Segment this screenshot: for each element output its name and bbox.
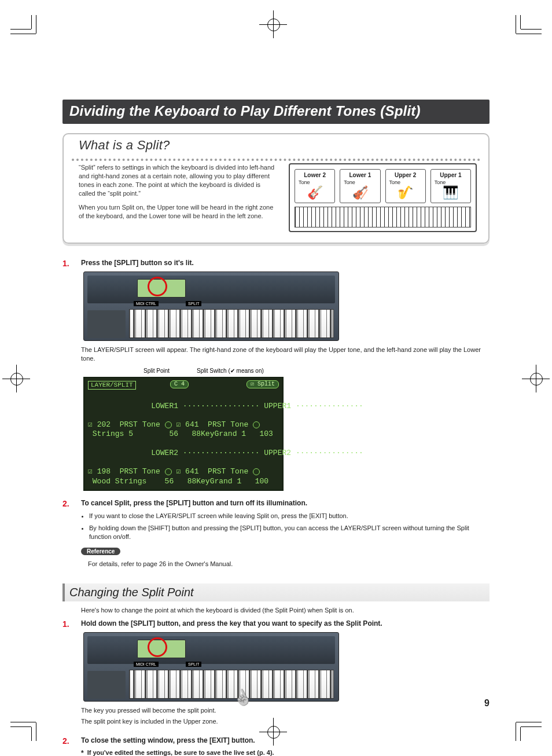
- step1-caption: The LAYER/SPLIT screen will appear. The …: [81, 346, 490, 363]
- tone-label: Lower 1: [341, 172, 378, 178]
- reference-text: For details, refer to page 26 in the Own…: [88, 560, 490, 568]
- knob-icon: [165, 468, 172, 475]
- dot-rule: [72, 159, 480, 161]
- step-lead: Hold down the [SPLIT] button, and press …: [81, 619, 490, 627]
- panel-text: “Split” refers to settings in which the …: [79, 163, 278, 232]
- step-number: 1.: [62, 619, 73, 731]
- regmark-top: [259, 10, 287, 38]
- guitar-icon: 🎸: [296, 186, 333, 199]
- section-changing-split: Changing the Split Point: [62, 583, 490, 601]
- kb-label-midi: MIDI CTRL: [134, 301, 159, 306]
- step-number: 2.: [62, 499, 73, 573]
- lcd-upper1: UPPER1: [264, 402, 291, 410]
- regmark-left: [2, 365, 30, 392]
- piano-icon: 🎹: [432, 186, 469, 199]
- manual-page: Dividing the Keyboard to Play Different …: [0, 0, 552, 756]
- cropmark-br: [507, 706, 542, 741]
- panel-heading: What is a Split?: [75, 138, 174, 153]
- split-diagram: Lower 2 Tone 🎸 Lower 1 Tone 🎻 Upper 2 To…: [289, 163, 477, 232]
- tone-sub: Tone: [432, 179, 469, 185]
- cropmark-tr: [507, 15, 542, 50]
- lcd-layer-split: LAYER/SPLIT C 4 ☑ Split LOWER1 ·········…: [83, 377, 284, 491]
- tone-sub: Tone: [296, 179, 333, 185]
- s2-step-1: 1. Hold down the [SPLIT] button, and pre…: [62, 619, 490, 731]
- step-number: 1.: [62, 259, 73, 491]
- step-1: 1. Press the [SPLIT] button so it's lit.…: [62, 259, 490, 491]
- step2-bullet2: By holding down the [SHIFT] button and p…: [89, 524, 490, 541]
- step-lead: To close the setting window, press the […: [81, 736, 490, 744]
- knob-icon: [253, 468, 260, 475]
- panel-para2: When you turn Split on, the Upper tone w…: [79, 203, 278, 221]
- star-mark: *: [81, 749, 84, 756]
- tone-lower2: Lower 2 Tone 🎸: [295, 169, 335, 203]
- diagram-keyboard: [295, 207, 471, 227]
- star-note: If you've edited the settings, be sure t…: [87, 749, 274, 756]
- violin-icon: 🎻: [341, 186, 378, 199]
- keyboard-image-1: MIDI CTRL SPLIT CHORD ARPEGGIO MEMORY: [83, 271, 339, 341]
- lcd-r2b: 88KeyGrand 1 103: [187, 430, 273, 438]
- lcd-r1b: ☑ 641 PRST Tone: [176, 420, 248, 429]
- kb-label-split: SPLIT: [186, 662, 201, 667]
- panel-para1: “Split” refers to settings in which the …: [79, 163, 278, 197]
- lcd-label-splitswitch: Split Switch (✔ means on): [197, 368, 264, 374]
- content-area: Dividing the Keyboard to Play Different …: [62, 100, 490, 756]
- cropmark-bl: [10, 706, 45, 741]
- step-2: 2. To cancel Split, press the [SPLIT] bu…: [62, 499, 490, 573]
- lcd-title: LAYER/SPLIT: [88, 381, 136, 390]
- lcd-r1a: ☑ 202 PRST Tone: [88, 420, 160, 429]
- tone-label: Upper 2: [387, 172, 424, 178]
- keyboard-image-2: MIDI CTRL SPLIT ARPEGGIO MEMORY ☝️: [83, 632, 339, 702]
- tone-upper1: Upper 1 Tone 🎹: [430, 169, 471, 203]
- tone-lower1: Lower 1 Tone 🎻: [340, 169, 380, 203]
- page-number: 9: [484, 698, 490, 709]
- lcd-r3b: ☑ 641 PRST Tone: [176, 467, 248, 476]
- reference-pill: Reference: [81, 548, 120, 555]
- s2step1-caption1: The key you pressed will become the spli…: [81, 706, 490, 715]
- lcd-upper2: UPPER2: [264, 449, 291, 457]
- tone-sub: Tone: [387, 179, 424, 185]
- s2step1-caption2: The split point key is included in the U…: [81, 717, 490, 726]
- split-intro-panel: What is a Split? “Split” refers to setti…: [62, 133, 490, 244]
- section2-intro: Here's how to change the point at which …: [81, 606, 490, 615]
- lcd-r3a: ☑ 198 PRST Tone: [88, 467, 160, 476]
- lcd-r2a: Strings 5 56: [88, 430, 178, 438]
- knob-icon: [165, 421, 172, 428]
- step-lead: Press the [SPLIT] button so it's lit.: [81, 259, 490, 267]
- tone-upper2: Upper 2 Tone 🎷: [385, 169, 426, 203]
- s2-step-2: 2. To close the setting window, press th…: [62, 736, 490, 756]
- lcd-split-point: C 4: [170, 380, 189, 389]
- lcd-lower1: LOWER1: [151, 402, 178, 410]
- step2-bullet1: If you want to close the LAYER/SPLIT scr…: [89, 512, 490, 520]
- knob-icon: [253, 421, 260, 428]
- kb-label-split: SPLIT: [186, 301, 201, 306]
- kb-label-midi: MIDI CTRL: [134, 662, 159, 667]
- lcd-r4b: 88KeyGrand 1 100: [183, 477, 268, 486]
- step-lead: To cancel Split, press the [SPLIT] butto…: [81, 499, 490, 507]
- cropmark-tl: [10, 15, 45, 50]
- steps-block: 1. Press the [SPLIT] button so it's lit.…: [62, 259, 490, 573]
- lcd-lower2: LOWER2: [151, 449, 178, 457]
- lcd-split-switch: ☑ Split: [246, 380, 279, 389]
- tone-label: Upper 1: [432, 172, 469, 178]
- sax-icon: 🎷: [387, 186, 424, 199]
- regmark-right: [522, 365, 550, 392]
- step-number: 2.: [62, 736, 73, 756]
- lcd-label-splitpoint: Split Point: [143, 368, 170, 374]
- step2-bullets: If you want to close the LAYER/SPLIT scr…: [81, 512, 490, 541]
- lcd-r4a: Wood Strings 56: [88, 477, 174, 486]
- tone-label: Lower 2: [296, 172, 333, 178]
- page-title: Dividing the Keyboard to Play Different …: [62, 100, 490, 124]
- tone-sub: Tone: [341, 179, 378, 185]
